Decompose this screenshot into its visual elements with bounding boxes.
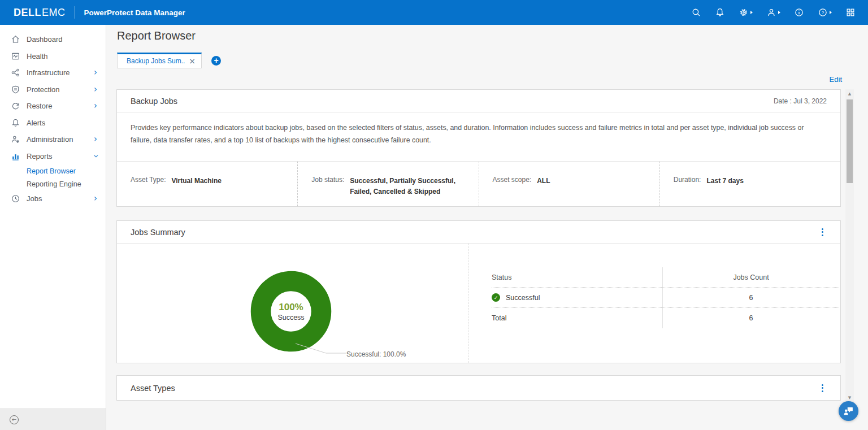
status-cell: ✓ Successful	[492, 288, 662, 307]
column-header-status: Status	[492, 267, 662, 287]
sidebar-item-label: Administration	[27, 135, 94, 144]
sidebar-item-alerts[interactable]: Alerts	[0, 115, 106, 132]
jobs-summary-table: Status Jobs Count ✓ Successful 6 Total 6	[469, 244, 840, 363]
backup-jobs-card: Backup Jobs Date : Jul 3, 2022 Provides …	[116, 89, 841, 207]
sidebar-item-label: Restore	[27, 102, 94, 110]
close-tab-icon[interactable]: ×	[189, 57, 196, 66]
donut-callout-label: Successful: 100.0%	[346, 350, 406, 358]
page-title: Report Browser	[117, 29, 196, 42]
filter-value: Successful, Partially Successful, Failed…	[350, 176, 468, 197]
sidebar-item-jobs[interactable]: Jobs ›	[0, 190, 106, 207]
success-check-icon: ✓	[492, 293, 500, 302]
caret-right-icon	[778, 11, 780, 14]
filter-label: Job status:	[311, 176, 344, 184]
logo-emc: EMC	[42, 7, 66, 18]
kebab-menu-icon[interactable]	[818, 382, 827, 394]
home-icon	[11, 34, 20, 44]
info-icon[interactable]	[794, 7, 804, 18]
card-title: Jobs Summary	[131, 228, 185, 237]
bell-icon	[11, 118, 20, 128]
notifications-bell-icon[interactable]	[715, 7, 725, 18]
logo-dell: DELL	[14, 7, 41, 18]
sidebar-subitem-label: Reporting Engine	[27, 180, 81, 188]
sidebar-footer: ←	[0, 409, 106, 430]
tab-label: Backup Jobs Sum...	[127, 57, 185, 65]
scroll-down-icon[interactable]: ▼	[845, 394, 854, 401]
support-chat-button[interactable]	[839, 401, 858, 421]
sidebar-item-label: Dashboard	[27, 35, 97, 44]
jobs-count-cell: 6	[662, 288, 839, 307]
sidebar-item-label: Protection	[27, 85, 94, 94]
sidebar-item-infrastructure[interactable]: Infrastructure ›	[0, 64, 106, 81]
jobs-summary-card: Jobs Summary 100% Success Successful: 10…	[116, 220, 841, 363]
filter-job-status: Job status: Successful, Partially Succes…	[297, 162, 478, 206]
content-scrollbar[interactable]: ▲ ▼	[845, 89, 854, 402]
sidebar-subitem-label: Report Browser	[27, 167, 76, 175]
callout-leader-line	[293, 342, 348, 356]
filter-label: Duration:	[674, 176, 701, 184]
sidebar-item-restore[interactable]: Restore ›	[0, 98, 106, 115]
sidebar: Dashboard Health Infrastructure › Protec…	[0, 25, 106, 430]
table-header-row: Status Jobs Count	[492, 267, 839, 288]
chevron-right-icon: ›	[94, 194, 97, 203]
sidebar-item-label: Health	[27, 52, 97, 60]
sidebar-item-dashboard[interactable]: Dashboard	[0, 31, 106, 48]
filter-value: Last 7 days	[706, 176, 743, 186]
caret-right-icon	[750, 11, 753, 14]
tab-backup-jobs-summary[interactable]: Backup Jobs Sum... ×	[117, 53, 202, 68]
status-label: Total	[492, 314, 506, 322]
user-account-icon[interactable]	[766, 7, 780, 18]
sidebar-item-label: Reports	[27, 152, 94, 160]
sidebar-item-administration[interactable]: Administration ›	[0, 131, 106, 148]
kebab-menu-icon[interactable]	[818, 226, 827, 238]
filter-asset-scope: Asset scope: ALL	[479, 162, 659, 206]
description-text: Provides key performance indicators abou…	[131, 122, 826, 146]
filter-value: Virtual Machine	[171, 176, 221, 186]
jobs-summary-header: Jobs Summary	[117, 221, 840, 244]
column-header-jobs-count: Jobs Count	[662, 267, 839, 287]
filters-row: Asset Type: Virtual Machine Job status: …	[117, 161, 840, 206]
collapse-sidebar-icon[interactable]: ←	[10, 415, 19, 424]
asset-types-card: Asset Types	[116, 375, 841, 401]
status-cell: Total	[492, 308, 662, 328]
restore-refresh-icon	[11, 101, 20, 111]
filter-value: ALL	[537, 176, 550, 186]
jobs-summary-body: 100% Success Successful: 100.0% Status J…	[117, 244, 840, 363]
sidebar-item-protection[interactable]: Protection ›	[0, 81, 106, 98]
chevron-right-icon: ›	[94, 102, 97, 110]
table-row: ✓ Successful 6	[492, 288, 839, 308]
donut-ring	[250, 271, 332, 352]
card-title: Backup Jobs	[131, 97, 177, 106]
caret-right-icon	[830, 11, 832, 14]
filter-asset-type: Asset Type: Virtual Machine	[117, 162, 297, 206]
admin-user-gear-icon	[11, 134, 20, 144]
scrollbar-thumb[interactable]	[847, 99, 853, 183]
topbar: DELLEMC PowerProtect Data Manager ?	[0, 0, 868, 25]
sidebar-item-reports[interactable]: Reports ›	[0, 148, 106, 165]
chevron-right-icon: ›	[94, 135, 97, 144]
main-content: Report Browser Backup Jobs Sum... × + Ed…	[106, 25, 868, 430]
jobs-count-cell: 6	[662, 308, 839, 328]
jobs-summary-donut-chart: 100% Success Successful: 100.0%	[117, 244, 469, 363]
tab-bar: Backup Jobs Sum... × +	[117, 53, 221, 68]
chevron-right-icon: ›	[94, 85, 97, 94]
table-row: Total 6	[492, 308, 839, 328]
sidebar-item-report-browser[interactable]: Report Browser	[0, 164, 106, 177]
person-chat-icon	[843, 406, 854, 416]
help-icon[interactable]: ?	[818, 7, 832, 18]
edit-link[interactable]: Edit	[830, 75, 842, 84]
add-tab-button[interactable]: +	[211, 56, 221, 66]
app-grid-icon[interactable]	[845, 7, 856, 18]
shield-icon	[11, 85, 20, 94]
card-title: Asset Types	[131, 384, 175, 393]
brand: DELLEMC PowerProtect Data Manager	[14, 6, 185, 19]
filter-label: Asset Type:	[131, 176, 166, 184]
sidebar-item-health[interactable]: Health	[0, 48, 106, 65]
status-label: Successful	[506, 294, 540, 302]
sidebar-item-reporting-engine[interactable]: Reporting Engine	[0, 177, 106, 190]
settings-gear-icon[interactable]	[739, 7, 753, 18]
scroll-up-icon[interactable]: ▲	[845, 90, 854, 97]
sidebar-item-label: Jobs	[27, 194, 94, 203]
network-nodes-icon	[11, 68, 20, 77]
search-icon[interactable]	[691, 7, 701, 18]
